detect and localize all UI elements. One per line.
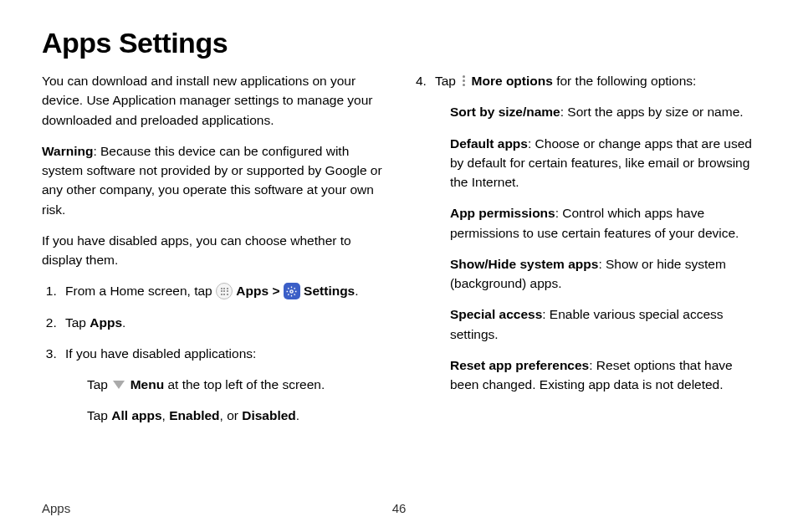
opt-permissions: App permissions: Control which apps have… [450,203,756,243]
step-2: Tap Apps. [60,313,382,332]
right-column: 4. Tap More options for the following op… [416,71,756,437]
opt-special: Special access: Enable various special a… [450,304,756,344]
footer-page-number: 46 [392,501,407,515]
svg-point-0 [290,290,293,293]
content-columns: You can download and install new applica… [42,71,756,437]
step-3a: Tap Menu at the top left of the screen. [87,375,382,394]
warning-text: Warning: Because this device can be conf… [42,141,382,219]
opt-showhide: Show/Hide system apps: Show or hide syst… [450,254,756,294]
disabled-note: If you have disabled apps, you can choos… [42,231,382,270]
page-title: Apps Settings [42,27,756,59]
steps-list: From a Home screen, tap Apps > Settings.… [42,281,382,425]
intro-text: You can download and install new applica… [42,71,382,130]
warning-label: Warning [42,144,93,158]
more-options-icon [459,74,468,89]
step-1: From a Home screen, tap Apps > Settings. [60,281,382,300]
step-3: If you have disabled applications: Tap M… [60,344,382,426]
step-3b: Tap All apps, Enabled, or Disabled. [87,406,382,425]
settings-icon [284,283,300,299]
left-column: You can download and install new applica… [42,71,382,437]
apps-icon [216,283,233,299]
opt-sort: Sort by size/name: Sort the apps by size… [450,102,756,121]
page-footer: Apps 46 [42,501,756,515]
step-4: 4. Tap More options for the following op… [416,71,756,406]
step-4-marker: 4. [416,71,427,406]
opt-reset: Reset app preferences: Reset options tha… [450,356,756,395]
dropdown-icon [113,381,125,389]
opt-default: Default apps: Choose or change apps that… [450,134,756,192]
